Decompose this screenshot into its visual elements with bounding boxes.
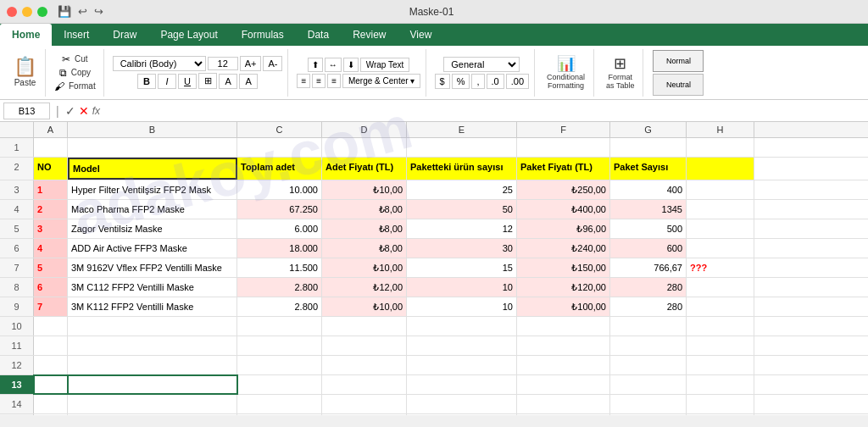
merge-center-button[interactable]: Merge & Center ▾	[342, 74, 420, 88]
cell-g3[interactable]: 400	[610, 180, 687, 199]
cell-b13[interactable]	[68, 375, 237, 394]
align-right-button[interactable]: ≡	[327, 74, 341, 88]
decimal-inc-button[interactable]: .0	[487, 74, 504, 89]
col-header-h[interactable]: H	[687, 122, 754, 137]
cell-e4[interactable]: 50	[407, 200, 517, 219]
style-neutral[interactable]: Neutral	[653, 74, 704, 96]
cell-h10[interactable]	[687, 317, 754, 336]
cell-f4[interactable]: ₺400,00	[517, 200, 610, 219]
cell-d7[interactable]: ₺10,00	[322, 258, 407, 277]
cell-f5[interactable]: ₺96,00	[517, 219, 610, 238]
cell-d9[interactable]: ₺10,00	[322, 297, 407, 316]
cell-h9[interactable]	[687, 297, 754, 316]
minimize-button[interactable]	[22, 7, 32, 17]
cell-d6[interactable]: ₺8,00	[322, 239, 407, 258]
cell-a8[interactable]: 6	[34, 278, 68, 297]
col-header-f[interactable]: F	[517, 122, 610, 137]
cell-b5[interactable]: Zagor Ventilsiz Maske	[68, 219, 237, 238]
tab-home[interactable]: Home	[0, 24, 52, 46]
maximize-button[interactable]	[37, 7, 47, 17]
cell-a3[interactable]: 1	[34, 180, 68, 199]
comma-button[interactable]: ,	[471, 74, 484, 89]
percent-button[interactable]: %	[452, 74, 470, 89]
cut-button[interactable]: Cut	[72, 53, 91, 64]
cell-d3[interactable]: ₺10,00	[322, 180, 407, 199]
cell-d4[interactable]: ₺8,00	[322, 200, 407, 219]
tab-page-layout[interactable]: Page Layout	[148, 24, 229, 46]
cell-a12[interactable]	[34, 356, 68, 374]
cell-a4[interactable]: 2	[34, 200, 68, 219]
cell-f12[interactable]	[517, 356, 610, 374]
cell-c7[interactable]: 11.500	[237, 258, 322, 277]
cell-c6[interactable]: 18.000	[237, 239, 322, 258]
cell-d12[interactable]	[322, 356, 407, 374]
cell-c12[interactable]	[237, 356, 322, 374]
increase-font-button[interactable]: A+	[240, 56, 262, 71]
cell-c8[interactable]: 2.800	[237, 278, 322, 297]
cell-f3[interactable]: ₺250,00	[517, 180, 610, 199]
cell-e3[interactable]: 25	[407, 180, 517, 199]
cell-h7[interactable]: ???	[687, 258, 754, 277]
cell-h12[interactable]	[687, 356, 754, 374]
cell-h14[interactable]	[687, 395, 754, 413]
copy-button[interactable]: Copy	[69, 67, 93, 78]
col-header-b[interactable]: B	[68, 122, 237, 137]
cell-f15[interactable]	[517, 414, 610, 415]
cell-d5[interactable]: ₺8,00	[322, 219, 407, 238]
cell-a5[interactable]: 3	[34, 219, 68, 238]
cell-h13[interactable]	[687, 375, 754, 394]
font-select[interactable]: Calibri (Body)	[113, 56, 206, 71]
style-normal[interactable]: Normal	[653, 50, 704, 72]
cell-h1[interactable]	[687, 138, 754, 157]
cell-b4[interactable]: Maco Pharma FFP2 Maske	[68, 200, 237, 219]
italic-button[interactable]: I	[158, 74, 176, 89]
cell-b15[interactable]	[68, 414, 237, 415]
wrap-text-button[interactable]: Wrap Text	[360, 58, 410, 72]
cell-g1[interactable]	[610, 138, 687, 157]
cell-g12[interactable]	[610, 356, 687, 374]
cell-c15[interactable]	[237, 414, 322, 415]
cell-c10[interactable]	[237, 317, 322, 336]
cell-h3[interactable]	[687, 180, 754, 199]
cell-h8[interactable]	[687, 278, 754, 297]
cell-c1[interactable]	[237, 138, 322, 157]
cell-a6[interactable]: 4	[34, 239, 68, 258]
cell-f1[interactable]	[517, 138, 610, 157]
formula-input[interactable]	[103, 104, 865, 118]
font-color-button[interactable]: A	[239, 74, 258, 89]
cell-b7[interactable]: 3M 9162V Vflex FFP2 Ventilli Maske	[68, 258, 237, 277]
cell-g2[interactable]: Paket Sayısı	[610, 158, 687, 180]
cell-f13[interactable]	[517, 375, 610, 394]
paste-button[interactable]: 📋 Paste	[10, 56, 40, 89]
cell-g6[interactable]: 600	[610, 239, 687, 258]
cell-b6[interactable]: ADD Air Active FFP3 Maske	[68, 239, 237, 258]
cell-f7[interactable]: ₺150,00	[517, 258, 610, 277]
cell-c5[interactable]: 6.000	[237, 219, 322, 238]
undo-icon[interactable]: ↩	[78, 5, 87, 18]
fill-color-button[interactable]: A	[219, 74, 237, 89]
cell-e11[interactable]	[407, 336, 517, 355]
cell-e10[interactable]	[407, 317, 517, 336]
tab-draw[interactable]: Draw	[101, 24, 148, 46]
cell-c11[interactable]	[237, 336, 322, 355]
conditional-formatting-button[interactable]: 📊 ConditionalFormatting	[543, 54, 588, 92]
cell-a14[interactable]	[34, 395, 68, 413]
cell-d8[interactable]: ₺12,00	[322, 278, 407, 297]
cell-d2[interactable]: Adet Fiyatı (TL)	[322, 158, 407, 180]
cell-c2[interactable]: Toplam adet	[237, 158, 322, 180]
cell-e13[interactable]	[407, 375, 517, 394]
number-format-select[interactable]: General	[443, 57, 520, 72]
cell-g9[interactable]: 280	[610, 297, 687, 316]
cell-d13[interactable]	[322, 375, 407, 394]
cell-e15[interactable]	[407, 414, 517, 415]
cell-f2[interactable]: Paket Fiyatı (TL)	[517, 158, 610, 180]
cell-f9[interactable]: ₺100,00	[517, 297, 610, 316]
cell-b11[interactable]	[68, 336, 237, 355]
cell-g13[interactable]	[610, 375, 687, 394]
cell-a1[interactable]	[34, 138, 68, 157]
col-header-c[interactable]: C	[237, 122, 322, 137]
cell-c14[interactable]	[237, 395, 322, 413]
cell-a7[interactable]: 5	[34, 258, 68, 277]
cell-d11[interactable]	[322, 336, 407, 355]
cell-a9[interactable]: 7	[34, 297, 68, 316]
